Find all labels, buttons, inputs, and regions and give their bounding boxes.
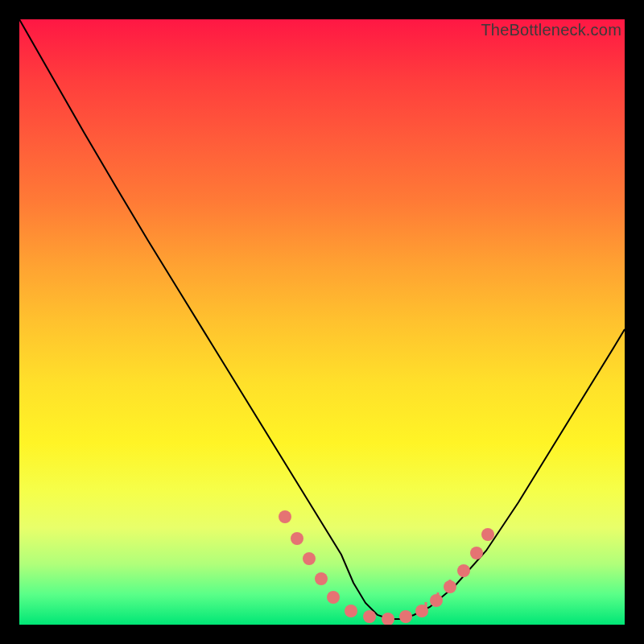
highlight-dot xyxy=(457,564,470,577)
highlight-dot xyxy=(303,552,316,565)
bottleneck-curve xyxy=(19,19,625,619)
highlight-dot xyxy=(279,510,291,523)
highlight-dot xyxy=(363,610,376,623)
highlight-dot xyxy=(470,547,483,559)
highlight-dot xyxy=(430,594,443,607)
highlight-dot xyxy=(291,532,303,545)
highlight-dot xyxy=(315,572,328,585)
highlight-dot xyxy=(399,610,412,623)
plot-area: TheBottleneck.com xyxy=(19,19,625,625)
curve-svg xyxy=(19,19,625,625)
highlight-dot xyxy=(481,528,494,541)
chart-container: TheBottleneck.com xyxy=(0,0,644,644)
highlight-dot xyxy=(327,591,340,604)
highlight-dot xyxy=(345,605,357,617)
highlight-dot xyxy=(382,613,394,625)
